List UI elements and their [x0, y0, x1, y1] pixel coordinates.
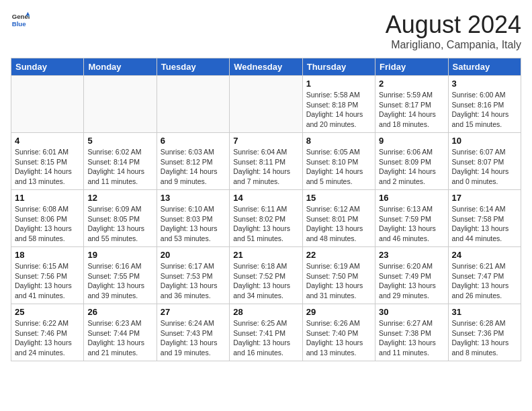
day-info: Sunrise: 6:22 AM Sunset: 7:46 PM Dayligh…	[15, 318, 80, 358]
day-info: Sunrise: 6:24 AM Sunset: 7:43 PM Dayligh…	[161, 318, 226, 358]
day-number: 10	[452, 136, 517, 146]
calendar-cell: 15Sunrise: 6:12 AM Sunset: 8:01 PM Dayli…	[302, 190, 375, 247]
calendar-cell: 8Sunrise: 6:05 AM Sunset: 8:10 PM Daylig…	[302, 133, 375, 190]
day-info: Sunrise: 6:26 AM Sunset: 7:40 PM Dayligh…	[306, 318, 371, 358]
day-number: 28	[233, 307, 298, 317]
page-header: General Blue August 2024 Marigliano, Cam…	[11, 11, 521, 51]
weekday-header-row: SundayMondayTuesdayWednesdayThursdayFrid…	[11, 58, 521, 76]
day-info: Sunrise: 6:08 AM Sunset: 8:06 PM Dayligh…	[15, 204, 80, 244]
day-number: 31	[452, 307, 517, 317]
calendar-cell: 20Sunrise: 6:17 AM Sunset: 7:53 PM Dayli…	[157, 247, 229, 304]
day-number: 30	[379, 307, 444, 317]
day-number: 29	[306, 307, 371, 317]
calendar-cell: 25Sunrise: 6:22 AM Sunset: 7:46 PM Dayli…	[11, 304, 84, 361]
day-number: 12	[87, 193, 152, 203]
calendar-cell: 14Sunrise: 6:11 AM Sunset: 8:02 PM Dayli…	[230, 190, 302, 247]
calendar-cell: 4Sunrise: 6:01 AM Sunset: 8:15 PM Daylig…	[11, 133, 84, 190]
day-number: 16	[379, 193, 444, 203]
day-info: Sunrise: 6:23 AM Sunset: 7:44 PM Dayligh…	[87, 318, 152, 358]
weekday-header-tuesday: Tuesday	[157, 58, 229, 76]
day-info: Sunrise: 6:07 AM Sunset: 8:07 PM Dayligh…	[452, 147, 517, 187]
day-number: 7	[233, 136, 298, 146]
day-info: Sunrise: 6:25 AM Sunset: 7:41 PM Dayligh…	[233, 318, 298, 358]
weekday-header-sunday: Sunday	[11, 58, 84, 76]
calendar-cell	[84, 76, 157, 133]
calendar-cell	[230, 76, 302, 133]
calendar-cell: 13Sunrise: 6:10 AM Sunset: 8:03 PM Dayli…	[157, 190, 229, 247]
month-title: August 2024	[386, 11, 521, 39]
day-info: Sunrise: 6:15 AM Sunset: 7:56 PM Dayligh…	[15, 261, 80, 301]
day-number: 22	[306, 250, 371, 260]
day-number: 14	[233, 193, 298, 203]
day-info: Sunrise: 6:21 AM Sunset: 7:47 PM Dayligh…	[452, 261, 517, 301]
day-number: 26	[87, 307, 152, 317]
day-info: Sunrise: 6:04 AM Sunset: 8:11 PM Dayligh…	[233, 147, 298, 187]
logo: General Blue	[11, 11, 30, 30]
day-info: Sunrise: 6:10 AM Sunset: 8:03 PM Dayligh…	[161, 204, 226, 244]
day-info: Sunrise: 6:16 AM Sunset: 7:55 PM Dayligh…	[87, 261, 152, 301]
weekday-header-wednesday: Wednesday	[230, 58, 302, 76]
day-info: Sunrise: 6:20 AM Sunset: 7:49 PM Dayligh…	[379, 261, 444, 301]
day-number: 18	[15, 250, 80, 260]
day-info: Sunrise: 6:01 AM Sunset: 8:15 PM Dayligh…	[15, 147, 80, 187]
location-title: Marigliano, Campania, Italy	[386, 39, 521, 51]
calendar-cell: 16Sunrise: 6:13 AM Sunset: 7:59 PM Dayli…	[375, 190, 448, 247]
day-info: Sunrise: 6:13 AM Sunset: 7:59 PM Dayligh…	[379, 204, 444, 244]
day-info: Sunrise: 6:27 AM Sunset: 7:38 PM Dayligh…	[379, 318, 444, 358]
day-info: Sunrise: 6:28 AM Sunset: 7:36 PM Dayligh…	[452, 318, 517, 358]
day-number: 20	[161, 250, 226, 260]
day-info: Sunrise: 6:02 AM Sunset: 8:14 PM Dayligh…	[87, 147, 152, 187]
day-number: 17	[452, 193, 517, 203]
week-row-2: 4Sunrise: 6:01 AM Sunset: 8:15 PM Daylig…	[11, 133, 521, 190]
calendar-cell: 3Sunrise: 6:00 AM Sunset: 8:16 PM Daylig…	[448, 76, 521, 133]
day-info: Sunrise: 6:12 AM Sunset: 8:01 PM Dayligh…	[306, 204, 371, 244]
day-number: 25	[15, 307, 80, 317]
day-info: Sunrise: 6:18 AM Sunset: 7:52 PM Dayligh…	[233, 261, 298, 301]
week-row-5: 25Sunrise: 6:22 AM Sunset: 7:46 PM Dayli…	[11, 304, 521, 361]
day-number: 21	[233, 250, 298, 260]
day-number: 4	[15, 136, 80, 146]
day-info: Sunrise: 6:03 AM Sunset: 8:12 PM Dayligh…	[161, 147, 226, 187]
week-row-3: 11Sunrise: 6:08 AM Sunset: 8:06 PM Dayli…	[11, 190, 521, 247]
calendar-cell: 19Sunrise: 6:16 AM Sunset: 7:55 PM Dayli…	[84, 247, 157, 304]
day-number: 8	[306, 136, 371, 146]
day-info: Sunrise: 5:59 AM Sunset: 8:17 PM Dayligh…	[379, 90, 444, 130]
day-number: 19	[87, 250, 152, 260]
logo-icon: General Blue	[11, 11, 30, 30]
day-number: 27	[161, 307, 226, 317]
day-number: 13	[161, 193, 226, 203]
day-info: Sunrise: 6:19 AM Sunset: 7:50 PM Dayligh…	[306, 261, 371, 301]
day-info: Sunrise: 6:17 AM Sunset: 7:53 PM Dayligh…	[161, 261, 226, 301]
calendar-cell: 10Sunrise: 6:07 AM Sunset: 8:07 PM Dayli…	[448, 133, 521, 190]
weekday-header-friday: Friday	[375, 58, 448, 76]
calendar-cell: 24Sunrise: 6:21 AM Sunset: 7:47 PM Dayli…	[448, 247, 521, 304]
day-info: Sunrise: 6:00 AM Sunset: 8:16 PM Dayligh…	[452, 90, 517, 130]
day-number: 24	[452, 250, 517, 260]
calendar-cell: 31Sunrise: 6:28 AM Sunset: 7:36 PM Dayli…	[448, 304, 521, 361]
weekday-header-monday: Monday	[84, 58, 157, 76]
day-info: Sunrise: 5:58 AM Sunset: 8:18 PM Dayligh…	[306, 90, 371, 130]
week-row-1: 1Sunrise: 5:58 AM Sunset: 8:18 PM Daylig…	[11, 76, 521, 133]
calendar-cell: 18Sunrise: 6:15 AM Sunset: 7:56 PM Dayli…	[11, 247, 84, 304]
calendar-cell: 6Sunrise: 6:03 AM Sunset: 8:12 PM Daylig…	[157, 133, 229, 190]
calendar-cell	[157, 76, 229, 133]
calendar-cell: 1Sunrise: 5:58 AM Sunset: 8:18 PM Daylig…	[302, 76, 375, 133]
day-number: 2	[379, 79, 444, 89]
calendar-cell: 27Sunrise: 6:24 AM Sunset: 7:43 PM Dayli…	[157, 304, 229, 361]
title-area: August 2024 Marigliano, Campania, Italy	[386, 11, 521, 51]
day-info: Sunrise: 6:09 AM Sunset: 8:05 PM Dayligh…	[87, 204, 152, 244]
calendar-cell: 28Sunrise: 6:25 AM Sunset: 7:41 PM Dayli…	[230, 304, 302, 361]
calendar-cell: 21Sunrise: 6:18 AM Sunset: 7:52 PM Dayli…	[230, 247, 302, 304]
calendar-cell: 29Sunrise: 6:26 AM Sunset: 7:40 PM Dayli…	[302, 304, 375, 361]
calendar-cell: 5Sunrise: 6:02 AM Sunset: 8:14 PM Daylig…	[84, 133, 157, 190]
svg-text:Blue: Blue	[12, 20, 26, 28]
calendar-table: SundayMondayTuesdayWednesdayThursdayFrid…	[11, 58, 521, 361]
day-number: 11	[15, 193, 80, 203]
calendar-cell: 11Sunrise: 6:08 AM Sunset: 8:06 PM Dayli…	[11, 190, 84, 247]
calendar-cell: 9Sunrise: 6:06 AM Sunset: 8:09 PM Daylig…	[375, 133, 448, 190]
day-info: Sunrise: 6:06 AM Sunset: 8:09 PM Dayligh…	[379, 147, 444, 187]
day-number: 6	[161, 136, 226, 146]
week-row-4: 18Sunrise: 6:15 AM Sunset: 7:56 PM Dayli…	[11, 247, 521, 304]
calendar-cell: 30Sunrise: 6:27 AM Sunset: 7:38 PM Dayli…	[375, 304, 448, 361]
calendar-cell: 7Sunrise: 6:04 AM Sunset: 8:11 PM Daylig…	[230, 133, 302, 190]
